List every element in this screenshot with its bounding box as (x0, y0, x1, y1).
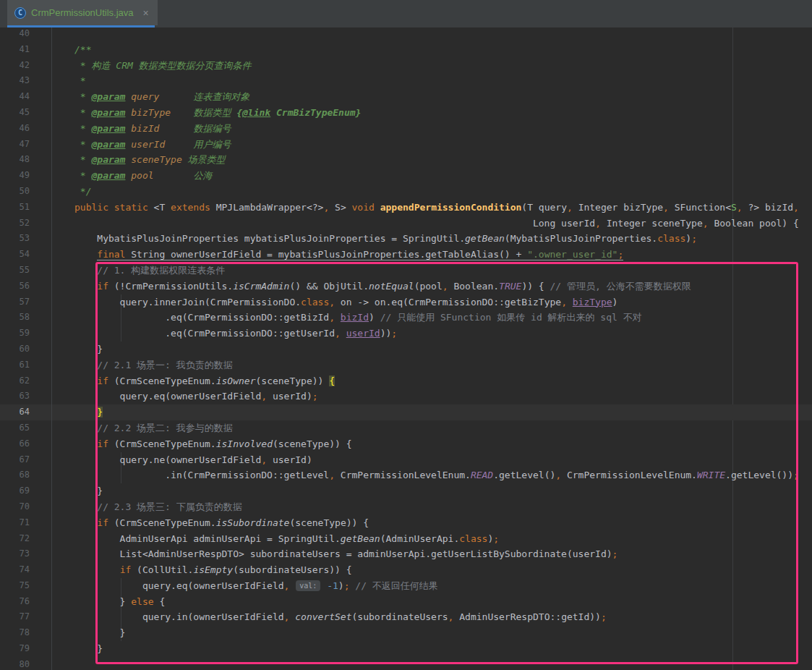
code-line-61[interactable]: 61 // 2.1 场景一: 我负责的数据 (0, 357, 812, 373)
code-line-72[interactable]: 72 AdminUserApi adminUserApi = SpringUti… (0, 531, 812, 547)
line-number[interactable]: 43 (0, 73, 52, 89)
code-line-48[interactable]: 48 * @param sceneType 场景类型 (0, 152, 812, 168)
line-number[interactable]: 67 (0, 452, 52, 468)
code-line-41[interactable]: 41/** (0, 42, 812, 58)
code-text[interactable]: .eq(CrmPermissionDO::getUserId, userId))… (52, 326, 397, 342)
line-number[interactable]: 44 (0, 89, 52, 105)
code-text[interactable]: * (52, 73, 86, 89)
code-text[interactable]: .eq(CrmPermissionDO::getBizId, bizId) //… (52, 310, 642, 326)
line-number[interactable]: 57 (0, 294, 52, 310)
code-line-67[interactable]: 67 query.ne(ownerUserIdField, userId) (0, 452, 812, 468)
code-text[interactable]: * 构造 CRM 数据类型数据分页查询条件 (52, 58, 252, 74)
line-number[interactable]: 51 (0, 200, 52, 216)
line-number[interactable]: 78 (0, 625, 52, 641)
line-number[interactable]: 79 (0, 641, 52, 657)
line-number[interactable]: 55 (0, 263, 52, 279)
code-line-55[interactable]: 55 // 1. 构建数据权限连表条件 (0, 263, 812, 279)
line-number[interactable]: 70 (0, 499, 52, 515)
code-text[interactable]: // 1. 构建数据权限连表条件 (52, 263, 225, 279)
line-number[interactable]: 63 (0, 389, 52, 404)
line-number[interactable]: 52 (0, 216, 52, 232)
code-text[interactable]: * @param sceneType 场景类型 (52, 152, 226, 168)
code-line-63[interactable]: 63 query.eq(ownerUserIdField, userId); (0, 389, 812, 404)
code-line-44[interactable]: 44 * @param query 连表查询对象 (0, 89, 812, 105)
code-line-77[interactable]: 77 query.in(ownerUserIdField, convertSet… (0, 609, 812, 625)
code-line-74[interactable]: 74 if (CollUtil.isEmpty(subordinateUsers… (0, 562, 812, 578)
code-line-73[interactable]: 73 List<AdminUserRespDTO> subordinateUse… (0, 546, 812, 562)
code-text[interactable]: public static <T extends MPJLambdaWrappe… (52, 200, 799, 216)
code-line-80[interactable]: 80 (0, 657, 812, 670)
code-text[interactable]: */ (52, 184, 91, 200)
code-line-75[interactable]: 75 query.eq(ownerUserIdField, val: -1); … (0, 578, 812, 594)
code-text[interactable]: query.in(ownerUserIdField, convertSet(su… (52, 609, 607, 625)
code-line-79[interactable]: 79 } (0, 641, 812, 657)
line-number[interactable]: 58 (0, 310, 52, 326)
code-line-60[interactable]: 60 } (0, 342, 812, 357)
code-text[interactable]: * @param bizType 数据类型 {@link CrmBizTypeE… (52, 105, 361, 121)
code-text[interactable]: } (52, 483, 103, 499)
line-number[interactable]: 80 (0, 657, 52, 670)
tab-crmpermissionutils[interactable]: C CrmPermissionUtils.java × (7, 0, 158, 25)
code-text[interactable]: if (CrmSceneTypeEnum.isInvolved(sceneTyp… (52, 436, 352, 452)
code-line-51[interactable]: 51public static <T extends MPJLambdaWrap… (0, 200, 812, 216)
code-line-56[interactable]: 56 if (!CrmPermissionUtils.isCrmAdmin() … (0, 279, 812, 294)
line-number[interactable]: 68 (0, 467, 52, 483)
line-number[interactable]: 64 (0, 404, 52, 420)
code-line-50[interactable]: 50 */ (0, 184, 812, 200)
code-line-59[interactable]: 59 .eq(CrmPermissionDO::getUserId, userI… (0, 326, 812, 342)
code-text[interactable]: // 2.3 场景三: 下属负责的数据 (52, 499, 242, 515)
code-line-52[interactable]: 52 Long userId, Integer sceneType, Boole… (0, 216, 812, 232)
code-text[interactable]: // 2.1 场景一: 我负责的数据 (52, 357, 233, 373)
code-text[interactable]: } else { (52, 594, 165, 610)
line-number[interactable]: 71 (0, 515, 52, 531)
code-line-78[interactable]: 78 } (0, 625, 812, 641)
code-text[interactable]: * @param userId 用户编号 (52, 137, 231, 153)
code-text[interactable]: * @param query 连表查询对象 (52, 89, 249, 105)
line-number[interactable]: 42 (0, 58, 52, 74)
code-text[interactable]: if (CollUtil.isEmpty(subordinateUsers)) … (52, 562, 352, 578)
code-line-57[interactable]: 57 query.innerJoin(CrmPermissionDO.class… (0, 294, 812, 310)
code-line-58[interactable]: 58 .eq(CrmPermissionDO::getBizId, bizId)… (0, 310, 812, 326)
line-number[interactable]: 65 (0, 420, 52, 436)
line-number[interactable]: 48 (0, 152, 52, 168)
code-line-42[interactable]: 42 * 构造 CRM 数据类型数据分页查询条件 (0, 58, 812, 74)
code-text[interactable]: if (CrmSceneTypeEnum.isSubordinate(scene… (52, 515, 369, 531)
code-text[interactable]: .in(CrmPermissionDO::getLevel, CrmPermis… (52, 467, 799, 483)
code-text[interactable]: query.ne(ownerUserIdField, userId) (52, 452, 312, 468)
code-text[interactable]: final String ownerUserIdField = mybatisP… (52, 247, 623, 263)
line-number[interactable]: 40 (0, 26, 52, 42)
code-text[interactable]: query.innerJoin(CrmPermissionDO.class, o… (52, 294, 617, 310)
line-number[interactable]: 66 (0, 436, 52, 452)
line-number[interactable]: 50 (0, 184, 52, 200)
code-line-49[interactable]: 49 * @param pool 公海 (0, 168, 812, 184)
code-line-76[interactable]: 76 } else { (0, 594, 812, 610)
code-text[interactable]: * @param pool 公海 (52, 168, 212, 184)
code-line-45[interactable]: 45 * @param bizType 数据类型 {@link CrmBizTy… (0, 105, 812, 121)
code-text[interactable]: query.eq(ownerUserIdField, val: -1); // … (52, 578, 438, 594)
line-number[interactable]: 75 (0, 578, 52, 594)
line-number[interactable]: 76 (0, 594, 52, 610)
code-text[interactable] (52, 26, 74, 42)
line-number[interactable]: 74 (0, 562, 52, 578)
code-text[interactable]: List<AdminUserRespDTO> subordinateUsers … (52, 546, 617, 562)
line-number[interactable]: 72 (0, 531, 52, 547)
code-text[interactable]: } (52, 342, 103, 357)
line-number[interactable]: 47 (0, 137, 52, 153)
code-line-65[interactable]: 65 // 2.2 场景二: 我参与的数据 (0, 420, 812, 436)
line-number[interactable]: 62 (0, 373, 52, 389)
tab-close-icon[interactable]: × (143, 7, 149, 19)
line-number[interactable]: 77 (0, 609, 52, 625)
code-line-64[interactable]: 64 } (0, 404, 812, 420)
code-line-47[interactable]: 47 * @param userId 用户编号 (0, 137, 812, 153)
code-line-54[interactable]: 54 final String ownerUserIdField = mybat… (0, 247, 812, 263)
code-text[interactable]: * @param bizId 数据编号 (52, 121, 231, 137)
line-number[interactable]: 69 (0, 483, 52, 499)
code-line-53[interactable]: 53 MybatisPlusJoinProperties mybatisPlus… (0, 231, 812, 247)
line-number[interactable]: 73 (0, 546, 52, 562)
code-line-68[interactable]: 68 .in(CrmPermissionDO::getLevel, CrmPer… (0, 467, 812, 483)
code-text[interactable]: AdminUserApi adminUserApi = SpringUtil.g… (52, 531, 499, 547)
code-line-71[interactable]: 71 if (CrmSceneTypeEnum.isSubordinate(sc… (0, 515, 812, 531)
code-line-43[interactable]: 43 * (0, 73, 812, 89)
code-text[interactable]: } (52, 404, 103, 420)
line-number[interactable]: 61 (0, 357, 52, 373)
